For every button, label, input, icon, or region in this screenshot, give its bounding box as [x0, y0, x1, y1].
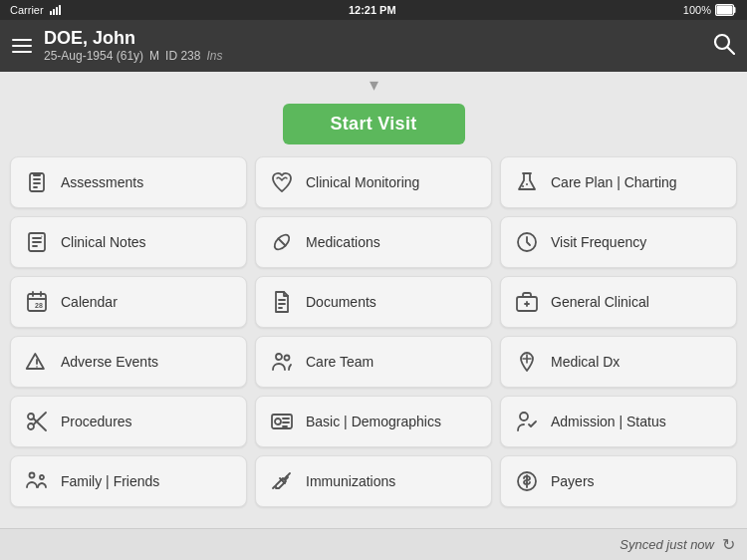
scissors-icon: [23, 408, 51, 435]
grid-item-label-family-friends: Family | Friends: [61, 473, 159, 490]
svg-line-19: [279, 239, 286, 246]
sync-text: Synced just now: [620, 537, 714, 552]
chevron-down-icon: ▾: [370, 76, 378, 94]
status-bar: Carrier 12:21 PM 100%: [0, 0, 747, 20]
person-check-icon: [513, 408, 541, 435]
grid-item-label-general-clinical: General Clinical: [551, 294, 649, 311]
pill-icon: [268, 228, 296, 256]
patient-gender: M: [149, 49, 159, 63]
grid-item-label-basic-demographics: Basic | Demographics: [306, 414, 441, 430]
document-icon: [268, 288, 296, 316]
svg-line-49: [273, 486, 275, 488]
svg-rect-1: [53, 9, 55, 15]
briefcase-icon: [513, 288, 541, 316]
start-visit-button[interactable]: Start Visit: [283, 104, 465, 144]
grid-item-label-visit-frequency: Visit Frequency: [551, 234, 646, 251]
grid-item-clinical-monitoring[interactable]: Clinical Monitoring: [255, 156, 492, 208]
grid-item-label-procedures: Procedures: [61, 414, 132, 430]
patient-ins: Ins: [206, 49, 222, 63]
clipboard-icon: [23, 168, 51, 196]
grid-item-label-payers: Payers: [551, 473, 595, 490]
grid-item-label-clinical-monitoring: Clinical Monitoring: [306, 174, 419, 191]
carrier-text: Carrier: [10, 4, 44, 16]
svg-rect-0: [50, 11, 52, 15]
family-icon: [23, 467, 51, 495]
svg-rect-2: [56, 7, 58, 15]
grid-item-clinical-notes[interactable]: Clinical Notes: [10, 216, 247, 268]
grid-item-care-plan-charting[interactable]: Care Plan | Charting: [500, 156, 737, 208]
svg-point-46: [30, 473, 35, 478]
svg-point-41: [275, 419, 281, 424]
patient-info: DOE, John 25-Aug-1954 (61y) M ID 238 Ins: [44, 29, 222, 63]
note-icon: [23, 228, 51, 256]
status-time: 12:21 PM: [349, 4, 396, 16]
grid-item-label-care-plan-charting: Care Plan | Charting: [551, 174, 677, 191]
id-card-icon: [268, 408, 296, 435]
patient-id: ID 238: [165, 49, 200, 63]
grid-item-visit-frequency[interactable]: Visit Frequency: [500, 216, 737, 268]
medical-dx-icon: [513, 348, 541, 376]
header: DOE, John 25-Aug-1954 (61y) M ID 238 Ins: [0, 20, 747, 72]
svg-line-38: [34, 419, 46, 430]
grid-item-admission-status[interactable]: Admission | Status: [500, 396, 737, 447]
team-icon: [268, 348, 296, 376]
chevron-row[interactable]: ▾: [0, 72, 747, 98]
warning-icon: [23, 348, 51, 376]
grid-item-payers[interactable]: Payers: [500, 455, 737, 507]
svg-point-45: [520, 413, 528, 420]
clock-icon: [513, 228, 541, 256]
menu-grid: AssessmentsClinical MonitoringCare Plan …: [0, 156, 747, 507]
svg-point-47: [40, 475, 44, 479]
grid-item-care-team[interactable]: Care Team: [255, 336, 492, 388]
grid-item-immunizations[interactable]: Immunizations: [255, 455, 492, 507]
svg-point-34: [276, 354, 282, 360]
grid-item-label-medical-dx: Medical Dx: [551, 354, 620, 371]
grid-item-assessments[interactable]: Assessments: [10, 156, 247, 208]
grid-item-basic-demographics[interactable]: Basic | Demographics: [255, 396, 492, 447]
grid-item-label-assessments: Assessments: [61, 174, 143, 191]
svg-point-12: [522, 185, 524, 187]
svg-rect-5: [717, 6, 733, 15]
battery-text: 100%: [683, 4, 711, 16]
patient-name: DOE, John: [44, 29, 222, 49]
calendar-icon: 28: [23, 288, 51, 316]
grid-item-label-immunizations: Immunizations: [306, 473, 395, 490]
grid-item-medications[interactable]: Medications: [255, 216, 492, 268]
start-visit-row: Start Visit: [0, 98, 747, 156]
svg-line-39: [34, 413, 46, 424]
svg-rect-3: [59, 5, 61, 15]
grid-item-adverse-events[interactable]: Adverse Events: [10, 336, 247, 388]
grid-item-family-friends[interactable]: Family | Friends: [10, 455, 247, 507]
svg-line-7: [728, 48, 735, 55]
grid-item-label-medications: Medications: [306, 234, 380, 251]
grid-item-calendar[interactable]: 28Calendar: [10, 276, 247, 328]
svg-point-33: [36, 366, 38, 368]
syringe-icon: [268, 467, 296, 495]
flask-icon: [513, 168, 541, 196]
grid-item-medical-dx[interactable]: Medical Dx: [500, 336, 737, 388]
grid-item-label-care-team: Care Team: [306, 354, 374, 371]
menu-button[interactable]: [12, 39, 32, 53]
grid-item-label-clinical-notes: Clinical Notes: [61, 234, 146, 251]
svg-text:28: 28: [35, 302, 43, 309]
search-button[interactable]: [713, 33, 735, 59]
grid-item-procedures[interactable]: Procedures: [10, 396, 247, 447]
patient-details: 25-Aug-1954 (61y) M ID 238 Ins: [44, 49, 222, 63]
patient-dob: 25-Aug-1954 (61y): [44, 49, 143, 63]
grid-item-documents[interactable]: Documents: [255, 276, 492, 328]
sync-icon: ↻: [722, 535, 735, 554]
dollar-icon: [513, 467, 541, 495]
svg-point-35: [285, 356, 290, 361]
grid-item-label-adverse-events: Adverse Events: [61, 354, 158, 371]
footer: Synced just now ↻: [0, 528, 747, 560]
svg-point-13: [526, 183, 528, 185]
grid-item-general-clinical[interactable]: General Clinical: [500, 276, 737, 328]
heart-icon: [268, 168, 296, 196]
grid-item-label-documents: Documents: [306, 294, 376, 311]
grid-item-label-admission-status: Admission | Status: [551, 414, 666, 430]
grid-item-label-calendar: Calendar: [61, 294, 118, 311]
